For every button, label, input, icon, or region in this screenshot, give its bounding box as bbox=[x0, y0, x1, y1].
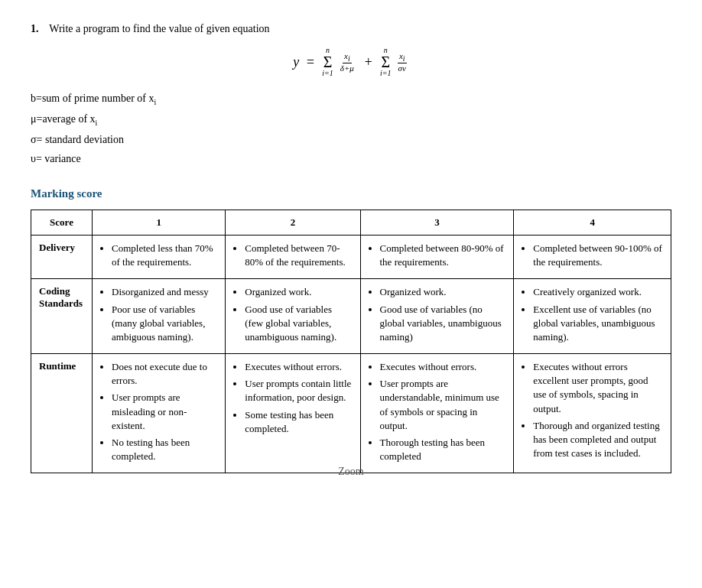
delivery-score-4: Completed between 90-100% of the require… bbox=[514, 235, 671, 278]
equation-display: y = n Σ i=1 xi δ+μ + n Σ i=1 xi σv bbox=[31, 47, 671, 77]
question-number: 1. Write a program to find the value of … bbox=[31, 23, 671, 35]
var-upsilon: υ= variance bbox=[31, 149, 671, 168]
question-block: 1. Write a program to find the value of … bbox=[31, 23, 671, 478]
marking-title: Marking score bbox=[31, 187, 671, 200]
coding-score-2: Organized work. Good use of variables (f… bbox=[226, 279, 360, 354]
runtime-score-3: Executes without errors. User prompts ar… bbox=[360, 354, 514, 473]
delivery-score-2: Completed between 70-80% of the requirem… bbox=[226, 235, 360, 278]
var-mu: μ=average of xi bbox=[31, 109, 671, 130]
row-label-coding: Coding Standards bbox=[31, 279, 93, 354]
variables-block: b=sum of prime number of xi μ=average of… bbox=[31, 89, 671, 168]
coding-score-1: Disorganized and messy Poor use of varia… bbox=[93, 279, 226, 354]
delivery-score-1: Completed less than 70% of the requireme… bbox=[93, 235, 226, 278]
coding-score-4: Creatively organized work. Excellent use… bbox=[514, 279, 671, 354]
coding-score-3: Organized work. Good use of variables (n… bbox=[360, 279, 514, 354]
col-header-2: 2 bbox=[226, 210, 360, 235]
col-header-3: 3 bbox=[360, 210, 514, 235]
row-label-delivery: Delivery bbox=[31, 235, 93, 278]
col-header-score: Score bbox=[31, 210, 93, 235]
col-header-1: 1 bbox=[93, 210, 226, 235]
zoom-label: Zoom bbox=[31, 466, 671, 478]
table-row: Delivery Completed less than 70% of the … bbox=[31, 235, 671, 278]
row-label-runtime: Runtime bbox=[31, 354, 93, 473]
runtime-score-4: Executes without errors excellent user p… bbox=[514, 354, 671, 473]
marking-table: Score 1 2 3 4 Delivery Completed less th… bbox=[31, 210, 671, 473]
col-header-4: 4 bbox=[514, 210, 671, 235]
runtime-score-2: Executes without errors. User prompts co… bbox=[226, 354, 360, 473]
table-row: Coding Standards Disorganized and messy … bbox=[31, 279, 671, 354]
delivery-score-3: Completed between 80-90% of the requirem… bbox=[360, 235, 514, 278]
runtime-score-1: Does not execute due to errors. User pro… bbox=[93, 354, 226, 473]
var-sigma: σ= standard deviation bbox=[31, 130, 671, 149]
var-b: b=sum of prime number of xi bbox=[31, 89, 671, 109]
table-row: Runtime Does not execute due to errors. … bbox=[31, 354, 671, 473]
